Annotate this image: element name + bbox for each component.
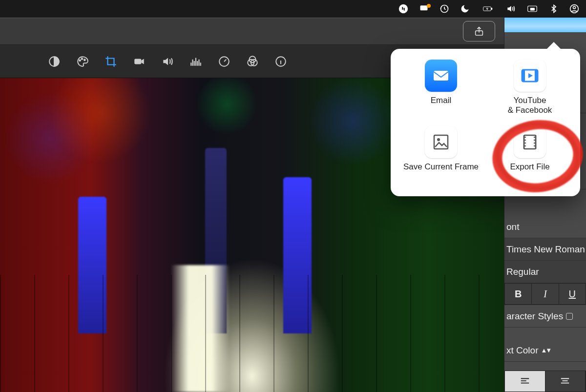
share-popover: Email YouTube & Facebook Save Current Fr…	[391, 49, 580, 196]
text-format-group: B I U	[504, 283, 586, 305]
italic-button[interactable]: I	[532, 284, 559, 304]
email-icon	[425, 60, 457, 92]
share-option-save-frame[interactable]: Save Current Frame	[397, 126, 485, 192]
time-machine-icon[interactable]	[439, 3, 450, 15]
svg-rect-20	[434, 71, 448, 81]
svg-point-11	[79, 60, 81, 61]
font-section-label: ont	[504, 216, 586, 238]
font-family-select[interactable]: Times New Roman	[504, 238, 586, 261]
color-palette-icon[interactable]	[75, 54, 90, 69]
svg-point-8	[573, 6, 576, 9]
popover-arrow-icon	[546, 42, 562, 50]
audio-levels-icon[interactable]	[188, 54, 203, 69]
volume-icon[interactable]	[505, 3, 517, 15]
share-option-email[interactable]: Email	[397, 60, 485, 126]
window-top-bar	[0, 18, 504, 45]
style-swatch-icon	[566, 313, 573, 320]
svg-point-13	[84, 59, 85, 61]
color-filter-icon[interactable]	[245, 54, 260, 69]
notification-dot-icon	[427, 4, 431, 8]
keyboard-input-icon[interactable]: ⌨	[525, 3, 539, 15]
inspector-header	[504, 18, 586, 32]
bold-button[interactable]: B	[505, 284, 532, 304]
contrast-icon[interactable]	[47, 54, 62, 69]
svg-rect-14	[134, 59, 141, 64]
align-left-button[interactable]	[505, 371, 545, 392]
scene-foreground	[0, 265, 504, 392]
youtube-icon	[514, 60, 546, 92]
image-frame-icon	[425, 126, 457, 158]
chevron-updown-icon: ▲▼	[541, 347, 550, 354]
audio-volume-icon[interactable]	[160, 54, 175, 69]
character-styles-row[interactable]: aracter Styles	[504, 305, 586, 328]
underline-button[interactable]: U	[559, 284, 586, 304]
info-icon[interactable]	[273, 54, 288, 69]
share-label: Save Current Frame	[403, 162, 479, 172]
bluetooth-icon[interactable]	[548, 3, 560, 15]
do-not-disturb-icon[interactable]	[459, 3, 471, 15]
text-color-row[interactable]: xt Color ▲▼	[504, 339, 586, 362]
shazam-icon[interactable]	[398, 3, 409, 15]
font-style-select[interactable]: Regular	[504, 261, 586, 283]
share-option-youtube-facebook[interactable]: YouTube & Facebook	[485, 60, 574, 126]
svg-rect-23	[535, 70, 538, 82]
share-button[interactable]	[463, 21, 495, 41]
align-center-button[interactable]	[545, 371, 586, 392]
display-icon[interactable]	[418, 3, 430, 15]
share-option-export-file[interactable]: Export File	[485, 126, 574, 192]
share-label: Export File	[510, 162, 549, 172]
svg-rect-4	[491, 8, 492, 10]
svg-rect-24	[434, 135, 448, 149]
share-label: Email	[431, 96, 452, 105]
svg-point-25	[437, 138, 440, 141]
share-label: YouTube & Facebook	[508, 96, 552, 116]
svg-point-0	[399, 5, 408, 13]
crop-icon[interactable]	[104, 54, 118, 69]
text-align-group	[504, 371, 586, 392]
mac-menubar: ⌨	[0, 0, 586, 18]
user-account-icon[interactable]	[568, 3, 580, 15]
speed-icon[interactable]	[217, 54, 231, 69]
svg-text:⌨: ⌨	[530, 7, 535, 11]
svg-rect-22	[522, 70, 525, 82]
svg-point-12	[82, 58, 83, 60]
camera-icon[interactable]	[132, 54, 146, 69]
battery-icon[interactable]	[480, 3, 496, 15]
film-export-icon	[514, 126, 546, 158]
